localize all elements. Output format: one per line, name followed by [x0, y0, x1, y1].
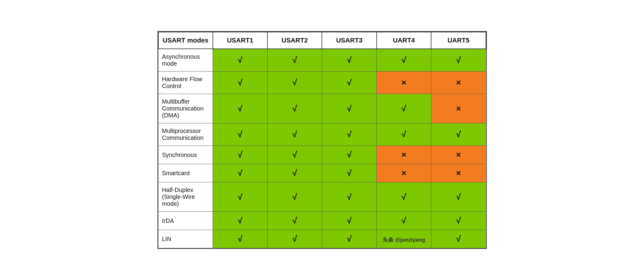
cell-usart2: √ — [267, 72, 322, 94]
cell-uart4: × — [377, 72, 431, 94]
cell-usart3: √ — [322, 182, 376, 212]
cell-usart1: √ — [213, 212, 267, 230]
header-modes: USART modes — [158, 32, 213, 49]
cell-usart3: √ — [322, 123, 376, 146]
cell-usart1: √ — [213, 49, 267, 72]
cell-uart4: √ — [377, 182, 431, 212]
cell-usart3: √ — [322, 49, 376, 72]
cell-uart4: × — [377, 146, 431, 164]
cell-uart4: √ — [377, 49, 431, 72]
cell-usart3: √ — [322, 146, 376, 164]
cell-uart5: × — [431, 94, 486, 123]
cell-usart3: √ — [322, 94, 376, 123]
cell-usart2: √ — [267, 230, 322, 248]
header-usart1: USART1 — [213, 32, 267, 49]
cell-uart4: √ — [377, 212, 431, 230]
mode-cell: Hardware Flow Control — [158, 72, 213, 94]
cell-uart5: × — [431, 146, 486, 164]
mode-cell: Asynchronous mode — [158, 49, 213, 72]
header-uart4: UART4 — [377, 32, 431, 49]
cell-usart2: √ — [267, 182, 322, 212]
cell-uart5: √ — [431, 230, 486, 248]
header-usart3: USART3 — [322, 32, 376, 49]
table-row: Half-Duplex (Single-Wire mode)√√√√√ — [158, 182, 486, 212]
mode-cell: IrDA — [158, 212, 213, 230]
cell-usart1: √ — [213, 230, 267, 248]
cell-uart4: × — [377, 164, 431, 182]
cell-usart2: √ — [267, 49, 322, 72]
cell-uart5: √ — [431, 212, 486, 230]
table-row: Multiprocessor Communication√√√√√ — [158, 123, 486, 146]
table-row: Smartcard√√√×× — [158, 164, 486, 182]
cell-uart5: √ — [431, 123, 486, 146]
table-row: Hardware Flow Control√√√×× — [158, 72, 486, 94]
cell-usart2: √ — [267, 123, 322, 146]
cell-usart2: √ — [267, 146, 322, 164]
header-uart5: UART5 — [431, 32, 486, 49]
mode-cell: Multibuffer Communication (DMA) — [158, 94, 213, 123]
cell-usart1: √ — [213, 72, 267, 94]
mode-cell: Multiprocessor Communication — [158, 123, 213, 146]
cell-usart3: √ — [322, 72, 376, 94]
cell-uart4: 头条 @junziyang — [377, 230, 431, 248]
table-header-row: USART modes USART1 USART2 USART3 UART4 U… — [158, 32, 486, 49]
header-usart2: USART2 — [267, 32, 322, 49]
cell-usart2: √ — [267, 164, 322, 182]
table-row: LIN√√√头条 @junziyang√ — [158, 230, 486, 248]
cell-usart1: √ — [213, 123, 267, 146]
table-row: Multibuffer Communication (DMA)√√√√× — [158, 94, 486, 123]
table-row: Asynchronous mode√√√√√ — [158, 49, 486, 72]
table-row: IrDA√√√√√ — [158, 212, 486, 230]
cell-usart3: √ — [322, 164, 376, 182]
cell-usart2: √ — [267, 94, 322, 123]
cell-uart5: × — [431, 72, 486, 94]
mode-cell: Half-Duplex (Single-Wire mode) — [158, 182, 213, 212]
cell-usart1: √ — [213, 94, 267, 123]
cell-uart5: √ — [431, 49, 486, 72]
cell-usart3: √ — [322, 230, 376, 248]
cell-usart1: √ — [213, 164, 267, 182]
mode-cell: LIN — [158, 230, 213, 248]
cell-usart1: √ — [213, 146, 267, 164]
watermark-text: 头条 @junziyang — [383, 237, 425, 243]
cell-usart2: √ — [267, 212, 322, 230]
table-row: Synchronous√√√×× — [158, 146, 486, 164]
cell-uart4: √ — [377, 94, 431, 123]
cell-uart5: √ — [431, 182, 486, 212]
cell-usart1: √ — [213, 182, 267, 212]
cell-uart5: × — [431, 164, 486, 182]
cell-usart3: √ — [322, 212, 376, 230]
mode-cell: Smartcard — [158, 164, 213, 182]
cell-uart4: √ — [377, 123, 431, 146]
mode-cell: Synchronous — [158, 146, 213, 164]
usart-modes-table: USART modes USART1 USART2 USART3 UART4 U… — [157, 31, 487, 249]
